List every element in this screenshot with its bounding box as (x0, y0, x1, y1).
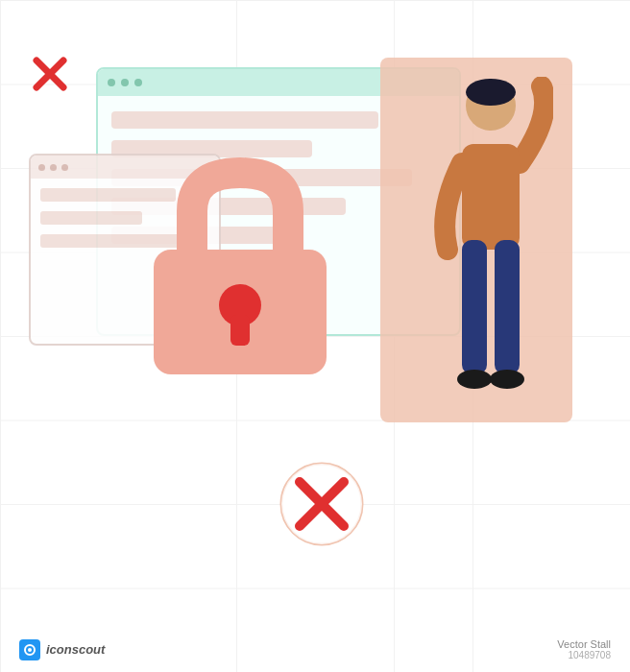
footer: iconscout Vector Stall 10489708 (0, 638, 630, 660)
content-line-1 (111, 111, 378, 129)
iconscout-logo-icon (19, 639, 40, 660)
x-mark-topleft (29, 53, 71, 95)
vector-stall-label: Vector Stall (557, 638, 611, 650)
content2-line-2 (40, 211, 142, 225)
svg-point-11 (490, 370, 524, 389)
browser-dot2-2 (50, 164, 57, 171)
browser-dot2-1 (38, 164, 45, 171)
person-figure (428, 77, 553, 403)
svg-rect-8 (462, 240, 487, 374)
svg-point-6 (466, 79, 516, 106)
svg-rect-9 (495, 240, 520, 374)
browser-dot-3 (134, 79, 142, 86)
padlock-icon (144, 154, 336, 384)
footer-brand: iconscout (19, 639, 105, 660)
svg-point-17 (28, 648, 32, 652)
browser-dot2-3 (61, 164, 68, 171)
item-id-label: 10489708 (569, 650, 612, 660)
svg-rect-7 (462, 144, 520, 250)
svg-point-10 (457, 370, 492, 389)
iconscout-text: iconscout (46, 642, 105, 657)
error-circle-icon (279, 461, 365, 547)
illustration-container: iconscout Vector Stall 10489708 (0, 0, 630, 672)
footer-attribution: Vector Stall 10489708 (557, 638, 611, 660)
browser-dot-2 (121, 79, 129, 86)
browser-dot-1 (108, 79, 115, 86)
svg-rect-4 (230, 315, 250, 346)
